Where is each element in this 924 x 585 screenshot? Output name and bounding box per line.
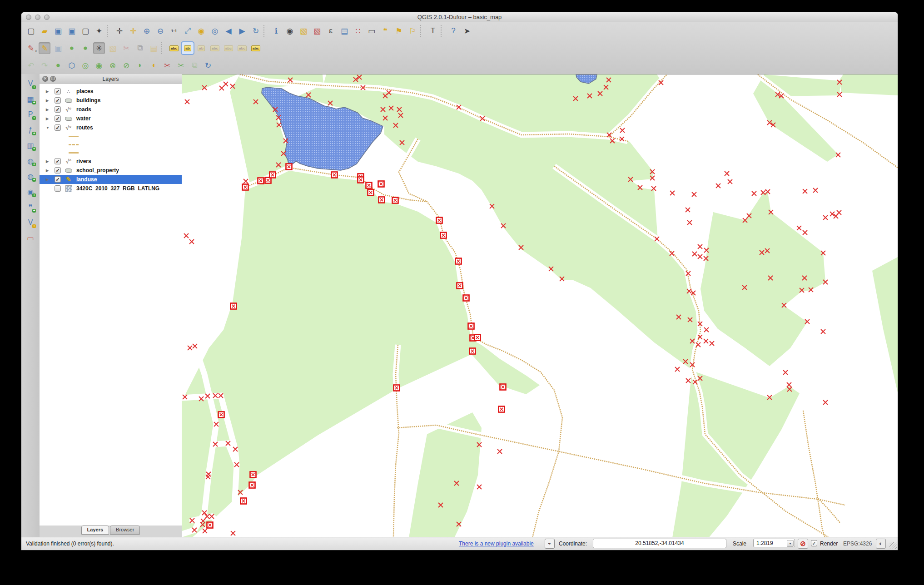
field-calculator-button[interactable]: ∷	[352, 25, 364, 37]
vertex-x-marker[interactable]	[687, 220, 692, 225]
vertex-x-marker[interactable]	[710, 341, 714, 346]
selected-vertex-marker[interactable]	[378, 181, 384, 187]
layer-visibility-checkbox[interactable]: ✓	[55, 167, 61, 174]
label-pin-unpin-icon[interactable]: ab	[182, 42, 194, 54]
symbology-swatch-row[interactable]	[40, 149, 182, 157]
landuse-polygon[interactable]	[672, 371, 800, 538]
vertex-x-marker[interactable]	[823, 215, 828, 220]
landuse-polygon[interactable]	[840, 74, 898, 95]
symbology-swatch-row[interactable]	[40, 140, 182, 149]
vertex-x-marker[interactable]	[224, 82, 228, 86]
dropdown-arrow-icon[interactable]: ▾	[35, 50, 37, 53]
landuse-polygon[interactable]	[182, 74, 237, 94]
expander-icon[interactable]: ▶	[46, 89, 50, 94]
measure-line-button[interactable]: ▭	[366, 25, 378, 37]
selected-vertex-marker[interactable]	[286, 164, 292, 170]
layer-item-water[interactable]: ▶✓water	[40, 114, 182, 123]
vertex-x-marker[interactable]	[219, 86, 224, 90]
vertex-x-marker[interactable]	[716, 183, 720, 188]
stop-render-icon[interactable]: ⊘	[798, 539, 808, 549]
coordinate-input[interactable]: 20.51852,-34.01434	[593, 539, 726, 548]
pan-to-selection-button[interactable]: ✛	[127, 25, 139, 37]
pan-map-button[interactable]: ✛	[114, 25, 125, 37]
split-parts-button[interactable]: ✂	[175, 59, 187, 71]
vertex-x-marker[interactable]	[188, 346, 192, 350]
add-spatialite-layer-button[interactable]: ƒ+	[25, 124, 36, 136]
layer-visibility-checkbox[interactable]: ✓	[55, 158, 61, 164]
vertex-x-marker[interactable]	[185, 99, 189, 104]
selected-vertex-marker[interactable]	[500, 384, 506, 390]
selected-vertex-marker[interactable]	[394, 385, 400, 391]
vertex-x-marker[interactable]	[243, 179, 248, 183]
add-ring-button[interactable]: ◎	[79, 59, 91, 71]
label-change-icon[interactable]: abc	[250, 42, 262, 54]
layer-item-3420C_2010_327_RGB_LATLNG[interactable]: 3420C_2010_327_RGB_LATLNG	[40, 184, 182, 193]
resize-grip[interactable]	[889, 542, 897, 549]
show-bookmarks-button[interactable]: ⚐	[407, 25, 418, 37]
add-wfs-layer-button[interactable]: ❞+	[25, 201, 36, 213]
layer-item-routes[interactable]: ▼✓√°routes	[40, 123, 182, 132]
select-by-expression-button[interactable]: ε	[325, 25, 337, 37]
vertex-x-marker[interactable]	[670, 191, 675, 195]
refresh-map-button[interactable]: ↻	[250, 25, 262, 37]
selected-vertex-marker[interactable]	[457, 283, 463, 289]
plugin-icon[interactable]: ⌁	[545, 539, 555, 549]
selected-vertex-marker[interactable]	[250, 472, 256, 478]
delete-ring-button[interactable]: ⊗	[107, 59, 119, 71]
remove-layer-button[interactable]: ▭	[25, 232, 36, 244]
expander-icon[interactable]: ▶	[46, 169, 50, 173]
add-mssql-layer-button[interactable]: ▥+	[25, 139, 36, 151]
composer-manager-button[interactable]: ✦	[93, 25, 105, 37]
render-checkbox[interactable]: ✓	[811, 540, 817, 546]
add-postgis-layer-button[interactable]: P+	[25, 109, 36, 120]
add-wms-layer-button[interactable]: ◍+	[25, 170, 36, 182]
selected-vertex-marker[interactable]	[468, 323, 474, 329]
zoom-last-button[interactable]: ◀	[223, 25, 234, 37]
vertex-x-marker[interactable]	[189, 239, 194, 244]
layer-visibility-checkbox[interactable]	[55, 185, 61, 192]
landuse-polygon[interactable]	[872, 257, 898, 392]
add-vector-layer-button[interactable]: V+	[25, 78, 36, 89]
selected-vertex-marker[interactable]	[392, 198, 398, 203]
vertex-x-marker[interactable]	[821, 329, 825, 334]
split-features-button[interactable]: ✂	[161, 59, 173, 71]
symbology-swatch-row[interactable]	[40, 132, 182, 140]
vertex-x-marker[interactable]	[184, 233, 189, 238]
zoom-to-selection-button[interactable]: ◉	[195, 25, 207, 37]
vertex-x-marker[interactable]	[837, 210, 841, 215]
expander-icon[interactable]: ▶	[46, 159, 50, 164]
add-part-button[interactable]: ◉	[93, 59, 105, 71]
layer-visibility-checkbox[interactable]: ✓	[55, 124, 61, 131]
selected-vertex-marker[interactable]	[456, 258, 462, 264]
delete-part-button[interactable]: ⊘	[120, 59, 132, 71]
selected-vertex-marker[interactable]	[231, 303, 237, 309]
deselect-features-button[interactable]: ▧	[311, 25, 323, 37]
selected-vertex-marker[interactable]	[332, 172, 338, 178]
vertex-x-marker[interactable]	[704, 339, 708, 343]
panel-tab-layers[interactable]: Layers	[81, 526, 109, 535]
vertex-x-marker[interactable]	[686, 208, 690, 212]
selected-vertex-marker[interactable]	[243, 184, 248, 190]
vertex-x-marker[interactable]	[692, 252, 697, 256]
vertex-x-marker[interactable]	[704, 327, 709, 332]
move-feature-button[interactable]: ●	[79, 42, 91, 54]
add-oracle-layer-button[interactable]: ◍+	[25, 155, 36, 167]
zoom-to-layer-button[interactable]: ◎	[209, 25, 221, 37]
selected-vertex-marker[interactable]	[463, 295, 469, 301]
selected-vertex-marker[interactable]	[270, 172, 276, 178]
offset-curve-button[interactable]: ◖	[148, 59, 159, 71]
new-plugin-link[interactable]: There is a new plugin available	[459, 540, 534, 547]
whats-this-button[interactable]: ➤	[461, 25, 473, 37]
layer-item-roads[interactable]: ▶✓√°roads	[40, 105, 182, 114]
text-annotation-button[interactable]: T	[427, 25, 439, 37]
vertex-x-marker[interactable]	[797, 226, 801, 230]
vertex-x-marker[interactable]	[686, 378, 691, 383]
map-tips-button[interactable]: ❝	[379, 25, 391, 37]
node-tool-button[interactable]: ✳	[93, 42, 105, 54]
vertex-x-marker[interactable]	[698, 244, 702, 249]
current-edits-button[interactable]: ✎▾	[25, 42, 37, 54]
vertex-x-marker[interactable]	[203, 529, 207, 533]
new-project-button[interactable]: ▢	[25, 25, 37, 37]
vertex-x-marker[interactable]	[752, 191, 756, 196]
layer-visibility-checkbox[interactable]: ✓	[55, 176, 61, 183]
